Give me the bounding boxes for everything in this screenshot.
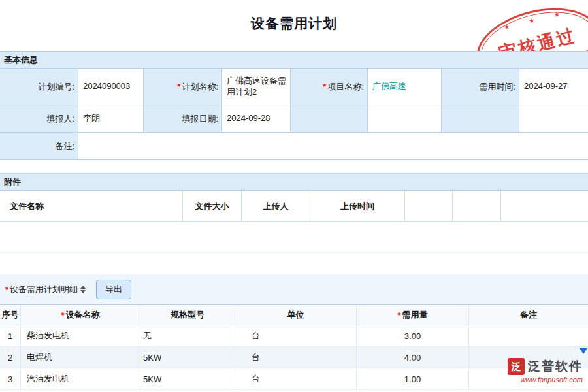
attach-col-uploadtime: 上传时间 — [310, 191, 405, 221]
plan-no-label-text: 计划编号: — [38, 81, 74, 93]
cell-remark — [469, 325, 588, 346]
cell-spec-model: 5KW — [140, 347, 235, 368]
project-label: * 项目名称: — [291, 69, 368, 105]
plan-no-value: 2024090003 — [78, 69, 144, 105]
cell-equipment-name: 汽油发电机 — [21, 368, 140, 389]
col-seq: 序号 — [0, 305, 21, 325]
plan-name-value: 广佛高速设备需用计划2 — [222, 69, 291, 105]
basic-info-form: 计划编号: 2024090003 * 计划名称: 广佛高速设备需用计划2 * 项… — [0, 69, 588, 160]
attach-col-filesize: 文件大小 — [183, 191, 242, 221]
required-marker: * — [323, 82, 326, 91]
remark-label: 备注: — [0, 133, 78, 160]
fill-date-label: 填报日期: — [144, 105, 222, 133]
scrollbar-down-arrow[interactable] — [579, 345, 588, 357]
cell-required-qty: 3.00 — [357, 325, 469, 346]
empty-value-2 — [519, 105, 588, 133]
attach-col-filename: 文件名称 — [0, 191, 183, 221]
detail-header-row: 序号 * 设备名称 规格型号 单位 * 需用量 备注 — [0, 304, 588, 325]
project-value: 广佛高速 — [368, 69, 442, 105]
need-time-label-text: 需用时间: — [479, 81, 515, 93]
fanpu-logo-row: 泛 泛普软件 — [491, 358, 583, 375]
col-required-qty: * 需用量 — [357, 305, 469, 325]
sort-down-arrow-icon — [80, 290, 86, 293]
col-spec-model: 规格型号 — [140, 305, 235, 325]
col-equipment-name-text: 设备名称 — [66, 309, 100, 321]
cell-seq: 3 — [0, 368, 21, 389]
attach-col-empty-2 — [453, 191, 501, 221]
attach-col-empty-1 — [405, 191, 453, 221]
remark-value — [78, 133, 588, 160]
sort-up-arrow-icon — [80, 286, 86, 289]
export-button[interactable]: 导出 — [96, 280, 131, 299]
plan-name-label: * 计划名称: — [144, 69, 222, 105]
cell-spec-model: 无 — [140, 325, 235, 346]
cell-required-qty: 1.00 — [357, 368, 469, 389]
cell-spec-model: 5KW — [140, 368, 235, 389]
empty-value-1 — [368, 105, 442, 133]
fanpu-site-text: www.fanpusoft.com — [491, 376, 583, 384]
required-marker: * — [61, 310, 64, 320]
project-link[interactable]: 广佛高速 — [372, 81, 406, 92]
col-unit: 单位 — [235, 305, 357, 325]
cell-required-qty: 4.00 — [357, 347, 469, 368]
attach-col-uploader: 上传人 — [242, 191, 310, 221]
detail-section-title: 设备需用计划明细 — [10, 284, 78, 295]
need-time-label: 需用时间: — [442, 69, 519, 105]
need-time-value: 2024-09-27 — [519, 69, 588, 105]
fill-date-label-text: 填报日期: — [182, 113, 218, 125]
cell-seq: 1 — [0, 325, 21, 346]
table-row: 1 柴油发电机 无 台 3.00 — [0, 325, 588, 347]
col-required-qty-text: 需用量 — [402, 309, 428, 321]
filler-label-text: 填报人: — [46, 113, 74, 125]
required-marker: * — [5, 285, 8, 295]
page-title: 设备需用计划 — [0, 14, 588, 33]
required-marker: * — [177, 82, 180, 91]
detail-section-header: * 设备需用计划明细 导出 — [0, 274, 588, 304]
remark-label-text: 备注: — [55, 140, 74, 152]
fanpu-brand-text: 泛普软件 — [528, 358, 583, 375]
required-marker: * — [397, 310, 400, 320]
project-label-text: 项目名称: — [327, 81, 364, 93]
section-basic-info: 基本信息 — [0, 51, 588, 69]
fill-date-value: 2024-09-28 — [222, 105, 291, 133]
section-attachments: 附件 — [0, 173, 588, 191]
cell-equipment-name: 柴油发电机 — [21, 325, 140, 346]
attachments-table: 文件名称 文件大小 上传人 上传时间 — [0, 191, 588, 252]
attach-col-empty-3 — [501, 191, 588, 221]
cell-equipment-name: 电焊机 — [21, 347, 140, 368]
attachments-header-row: 文件名称 文件大小 上传人 上传时间 — [0, 191, 588, 222]
down-arrow-icon — [580, 348, 587, 354]
plan-no-label: 计划编号: — [0, 69, 78, 105]
empty-label-2 — [442, 105, 519, 133]
cell-seq: 2 — [0, 347, 21, 368]
col-equipment-name: * 设备名称 — [21, 305, 140, 325]
plan-name-label-text: 计划名称: — [182, 81, 218, 93]
filler-value: 李朗 — [78, 105, 144, 133]
fanpu-logo: 泛 泛普软件 www.fanpusoft.com — [491, 358, 583, 384]
empty-label-1 — [291, 105, 368, 133]
cell-unit: 台 — [235, 368, 357, 389]
col-remark: 备注 — [469, 305, 588, 325]
cell-unit: 台 — [235, 347, 357, 368]
fanpu-seal-icon: 泛 — [508, 358, 525, 375]
cell-unit: 台 — [235, 325, 357, 346]
sort-toggle-icon[interactable] — [80, 286, 86, 293]
filler-label: 填报人: — [0, 105, 78, 133]
attachments-empty-row — [0, 222, 588, 252]
